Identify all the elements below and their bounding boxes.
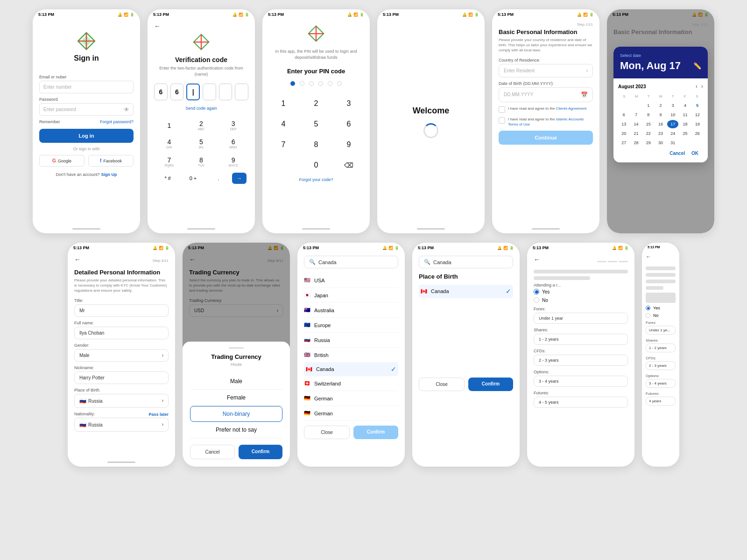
- facebook-button[interactable]: f Facebook: [88, 155, 134, 167]
- cal-day-3[interactable]: 3: [667, 101, 678, 110]
- prev-month-button[interactable]: ‹: [696, 83, 698, 90]
- pin-key-5[interactable]: 5: [302, 116, 331, 133]
- sheet-confirm-button[interactable]: Confirm: [239, 445, 282, 459]
- list-item[interactable]: 🇨🇭Switzerland: [304, 376, 398, 391]
- list-item[interactable]: 🇷🇺Russia: [304, 333, 398, 348]
- key-1[interactable]: 1: [154, 117, 184, 133]
- cal-day-11[interactable]: 11: [679, 111, 691, 119]
- shares-select[interactable]: 1 - 2 years: [534, 334, 628, 345]
- option-female[interactable]: Female: [190, 390, 282, 406]
- key-dot[interactable]: .: [207, 173, 230, 184]
- back-arrow-partial[interactable]: ←: [646, 253, 651, 260]
- pin-backspace[interactable]: ⌫: [334, 157, 363, 174]
- key-0[interactable]: 0 +: [181, 173, 204, 184]
- cal-day-27[interactable]: 27: [618, 139, 629, 147]
- forgot-pin-link[interactable]: Forgot your code?: [269, 177, 363, 182]
- cfds-select[interactable]: 2 - 3 years: [534, 355, 628, 366]
- list-item[interactable]: 🇦🇺Australia: [304, 303, 398, 318]
- cal-day-13[interactable]: 13: [618, 120, 629, 128]
- option-nonbinary[interactable]: Non-binary: [190, 406, 282, 422]
- dob-input[interactable]: DD.MM.YYYY 📅: [499, 87, 593, 102]
- cal-day-14[interactable]: 14: [630, 120, 641, 128]
- continue-button[interactable]: Continue: [499, 131, 593, 145]
- back-arrow-detailed[interactable]: ←: [74, 256, 81, 263]
- cal-day-7[interactable]: 7: [630, 111, 641, 119]
- futures-select[interactable]: 4 - 5 years: [534, 397, 628, 408]
- nickname-input[interactable]: Harry Potter: [74, 371, 169, 384]
- back-arrow-exp[interactable]: ←: [534, 256, 540, 263]
- key-3[interactable]: 3DEF: [218, 117, 248, 133]
- cal-day-12[interactable]: 12: [692, 111, 703, 119]
- key-7[interactable]: 7PQRS: [154, 154, 184, 170]
- pin-key-0[interactable]: 0: [302, 157, 331, 174]
- agree-check-1[interactable]: [499, 106, 505, 113]
- calendar-ok-button[interactable]: OK: [691, 151, 698, 156]
- key-2[interactable]: 2ABC: [186, 117, 217, 133]
- pob-confirm-button[interactable]: Confirm: [468, 378, 513, 391]
- pob-close-button[interactable]: Close: [419, 378, 465, 391]
- key-6[interactable]: 6MNO: [218, 135, 248, 152]
- option-male[interactable]: Male: [190, 373, 282, 390]
- sheet-cancel-button[interactable]: Cancel: [190, 445, 235, 459]
- send-again-link[interactable]: Send code again: [154, 106, 248, 111]
- forex-select[interactable]: Under 1 year: [534, 313, 628, 324]
- pin-key-3[interactable]: 3: [334, 95, 363, 112]
- code-box-2[interactable]: 6: [170, 84, 184, 100]
- calendar-cancel-button[interactable]: Cancel: [669, 151, 685, 156]
- back-arrow-verification[interactable]: ←: [154, 22, 248, 30]
- cal-day-16[interactable]: 16: [655, 120, 666, 128]
- key-4[interactable]: 4GHI: [154, 135, 184, 152]
- close-button[interactable]: Close: [304, 426, 350, 439]
- list-item[interactable]: 🇯🇵Japan: [304, 288, 398, 303]
- cal-day-20[interactable]: 20: [618, 129, 629, 138]
- confirm-button[interactable]: Confirm: [353, 426, 398, 439]
- code-box-6[interactable]: [235, 84, 248, 100]
- cal-day-2[interactable]: 2: [655, 101, 666, 110]
- key-8[interactable]: 8TUV: [186, 154, 217, 170]
- login-button[interactable]: Log in: [39, 129, 134, 143]
- cal-day-22[interactable]: 22: [643, 129, 654, 138]
- cal-day-15[interactable]: 15: [643, 120, 654, 128]
- cal-day-31[interactable]: 31: [667, 139, 678, 147]
- forgot-password-link[interactable]: Forgot password?: [100, 119, 134, 124]
- cal-day-8[interactable]: 8: [643, 111, 654, 119]
- code-box-1[interactable]: 6: [154, 84, 168, 100]
- clients-agreement-link[interactable]: Clients Agreement: [556, 106, 586, 111]
- list-item[interactable]: 🇨🇦Canada ✓: [419, 285, 513, 298]
- cal-day-24[interactable]: 24: [667, 129, 678, 138]
- country-search-bar[interactable]: 🔍 Canada: [304, 256, 398, 268]
- email-input[interactable]: Enter number: [39, 81, 134, 93]
- country-input[interactable]: Enter Resident ›: [499, 64, 593, 77]
- cal-day-19[interactable]: 19: [692, 120, 703, 128]
- pin-key-6[interactable]: 6: [334, 116, 363, 133]
- cal-day-23[interactable]: 23: [655, 129, 666, 138]
- pob-search-bar[interactable]: 🔍 Canada: [419, 256, 513, 268]
- list-item[interactable]: 🇺🇸USA: [304, 273, 398, 288]
- code-box-3[interactable]: |: [186, 84, 200, 100]
- key-star[interactable]: * #: [156, 173, 179, 184]
- no-radio[interactable]: [534, 297, 539, 303]
- list-item[interactable]: 🇨🇦Canada ✓: [304, 363, 398, 376]
- pin-key-8[interactable]: 8: [302, 136, 331, 153]
- key-9[interactable]: 9WXYZ: [218, 154, 248, 170]
- cal-day-17[interactable]: 17: [667, 120, 678, 128]
- code-box-4[interactable]: [203, 84, 216, 100]
- cal-day-9[interactable]: 9: [655, 111, 666, 119]
- gender-select[interactable]: Male ›: [74, 349, 169, 362]
- cal-day-5[interactable]: 5: [692, 101, 703, 110]
- list-item[interactable]: 🇪🇺Europe: [304, 318, 398, 333]
- go-button[interactable]: →: [232, 173, 247, 184]
- google-button[interactable]: G Google: [39, 155, 85, 167]
- cal-day-1[interactable]: 1: [643, 101, 654, 110]
- pin-key-1[interactable]: 1: [269, 95, 298, 112]
- cal-day-10[interactable]: 10: [667, 111, 678, 119]
- list-item[interactable]: 🇩🇪German: [304, 391, 398, 406]
- pob-select[interactable]: 🇷🇺Russia ›: [74, 394, 169, 408]
- pin-key-7[interactable]: 7: [269, 136, 298, 153]
- password-input[interactable]: Enter password 👁: [39, 103, 134, 116]
- cal-day-29[interactable]: 29: [643, 139, 654, 147]
- agree-check-2[interactable]: [499, 117, 505, 124]
- eye-icon[interactable]: 👁: [124, 106, 129, 113]
- nationality-select[interactable]: 🇷🇺Russia ›: [74, 418, 169, 432]
- sign-up-link[interactable]: Sign Up: [101, 172, 117, 177]
